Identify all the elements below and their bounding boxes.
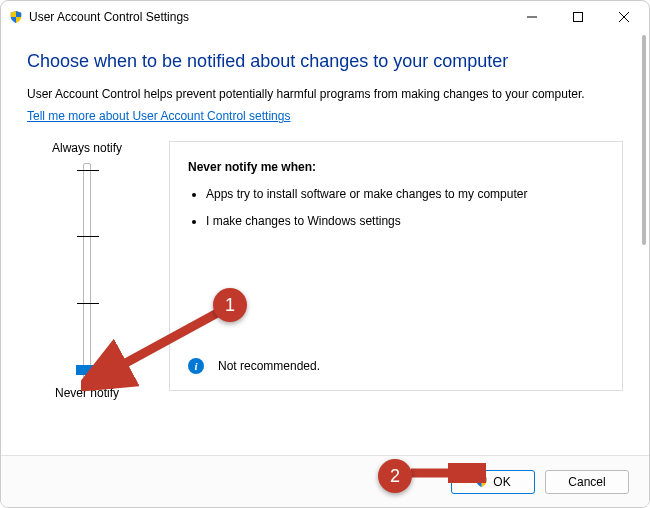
- cancel-button-label: Cancel: [568, 475, 605, 489]
- window-controls: [509, 1, 647, 33]
- page-heading: Choose when to be notified about changes…: [27, 51, 623, 72]
- window-title: User Account Control Settings: [29, 10, 189, 24]
- title-bar: User Account Control Settings: [1, 1, 649, 33]
- maximize-button[interactable]: [555, 1, 601, 33]
- slider-thumb[interactable]: [76, 365, 100, 375]
- slider-label-bottom: Never notify: [27, 386, 147, 400]
- window-title-wrap: User Account Control Settings: [9, 10, 509, 24]
- footer-bar: OK Cancel: [1, 455, 649, 507]
- slider-label-top: Always notify: [27, 141, 147, 155]
- info-title: Never notify me when:: [188, 160, 604, 174]
- cancel-button[interactable]: Cancel: [545, 470, 629, 494]
- info-icon: i: [188, 358, 204, 374]
- ok-button[interactable]: OK: [451, 470, 535, 494]
- info-bullet: Apps try to install software or make cha…: [206, 186, 604, 203]
- content-area: Choose when to be notified about changes…: [1, 33, 649, 455]
- info-bullet: I make changes to Windows settings: [206, 213, 604, 230]
- info-panel: Never notify me when: Apps try to instal…: [169, 141, 623, 391]
- svg-rect-1: [574, 13, 583, 22]
- close-button[interactable]: [601, 1, 647, 33]
- info-bullet-list: Apps try to install software or make cha…: [206, 186, 604, 230]
- notification-slider[interactable]: [27, 163, 147, 378]
- status-text: Not recommended.: [218, 359, 320, 373]
- learn-more-link[interactable]: Tell me more about User Account Control …: [27, 109, 290, 123]
- uac-shield-icon: [475, 475, 489, 489]
- slider-column: Always notify Never notify: [27, 141, 147, 400]
- uac-shield-icon: [9, 10, 23, 24]
- minimize-button[interactable]: [509, 1, 555, 33]
- ok-button-label: OK: [493, 475, 510, 489]
- intro-text: User Account Control helps prevent poten…: [27, 86, 623, 103]
- status-row: i Not recommended.: [188, 358, 320, 374]
